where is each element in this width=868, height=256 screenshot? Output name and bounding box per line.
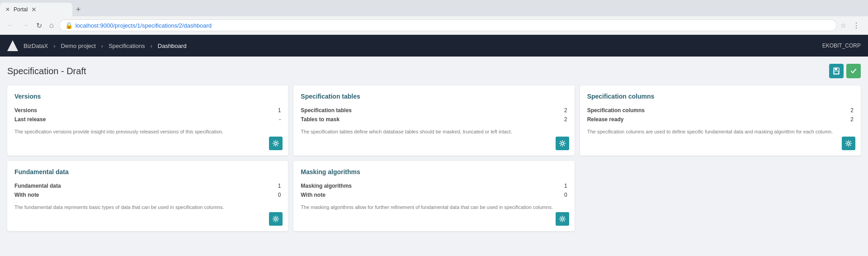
lock-icon: 🔒 [65, 22, 73, 29]
spec-columns-stat-row-0: Specification columns 2 [587, 107, 854, 114]
versions-card-stats: Versions 1 Last release - [14, 107, 281, 123]
fundamental-data-card: Fundamental data Fundamental data 1 With… [7, 161, 288, 231]
active-tab[interactable]: ✕ Portal ✕ [0, 3, 72, 16]
svg-point-4 [561, 142, 563, 145]
top-cards-row: Versions Versions 1 Last release - The s… [7, 85, 861, 156]
bottom-cards-row: Fundamental data Fundamental data 1 With… [7, 161, 861, 231]
fundamental-data-card-description: The fundamental data represents basic ty… [14, 204, 281, 211]
masking-algorithms-stat-value-1: 0 [564, 192, 567, 198]
spec-columns-card-description: The specification columns are used to de… [587, 128, 854, 136]
versions-stat-label-0: Versions [14, 107, 37, 114]
gear-icon [272, 215, 279, 223]
spec-columns-stat-row-1: Release ready 2 [587, 116, 854, 123]
masking-algorithms-stat-row-1: With note 0 [301, 192, 567, 198]
app-logo [7, 40, 18, 51]
logo-icon [7, 40, 18, 51]
header-actions [829, 64, 861, 78]
spec-tables-settings-button[interactable] [556, 137, 569, 150]
gear-icon [559, 140, 566, 147]
svg-point-7 [561, 218, 563, 220]
navbar-user: EKOBIT_CORP [822, 43, 861, 49]
spec-tables-stat-value-0: 2 [564, 107, 567, 114]
spec-columns-stat-label-0: Specification columns [587, 107, 645, 114]
save-icon [833, 67, 840, 75]
spec-tables-stat-label-1: Tables to mask [301, 116, 340, 123]
svg-rect-2 [834, 71, 839, 74]
masking-algorithms-settings-button[interactable] [556, 212, 569, 226]
masking-algorithms-stat-row-0: Masking algorithms 1 [301, 183, 567, 189]
spec-tables-stat-value-1: 2 [564, 116, 567, 123]
breadcrumb-specifications[interactable]: Specifications [108, 43, 145, 49]
breadcrumb-sep-2: › [101, 43, 103, 49]
versions-stat-value-1: - [279, 116, 281, 123]
fundamental-data-settings-button[interactable] [269, 212, 283, 226]
spec-tables-card-title: Specification tables [301, 93, 567, 100]
browser-chrome: ✕ Portal ✕ + ← → ↻ ⌂ 🔒 localhost:9000/pr… [0, 0, 868, 35]
save-button[interactable] [829, 64, 844, 78]
versions-settings-button[interactable] [269, 137, 283, 150]
tab-title: Portal [14, 6, 28, 13]
masking-algorithms-stat-label-0: Masking algorithms [301, 183, 352, 189]
home-button[interactable]: ⌂ [47, 20, 56, 30]
spec-tables-card-stats: Specification tables 2 Tables to mask 2 [301, 107, 567, 123]
spec-columns-card: Specification columns Specification colu… [580, 85, 861, 156]
tab-close-button[interactable]: ✕ [31, 6, 37, 13]
fundamental-data-stat-label-0: Fundamental data [14, 183, 61, 189]
spec-columns-stat-label-1: Release ready [587, 116, 624, 123]
spec-columns-card-title: Specification columns [587, 93, 854, 100]
versions-card: Versions Versions 1 Last release - The s… [7, 85, 288, 156]
gear-icon [272, 140, 279, 147]
spec-columns-settings-button[interactable] [842, 137, 855, 150]
breadcrumb-bizdatax[interactable]: BizDataX [24, 43, 48, 49]
masking-algorithms-card-title: Masking algorithms [301, 168, 567, 175]
svg-point-3 [275, 142, 277, 145]
masking-algorithms-stat-label-1: With note [301, 192, 326, 198]
fundamental-data-stat-label-1: With note [14, 192, 39, 198]
spec-columns-stat-value-1: 2 [850, 116, 854, 123]
page-header: Specification - Draft [7, 64, 861, 78]
breadcrumb-sep-1: › [53, 43, 55, 49]
address-bar: ← → ↻ ⌂ 🔒 localhost:9000/projects/1/spec… [0, 16, 868, 34]
spec-columns-card-stats: Specification columns 2 Release ready 2 [587, 107, 854, 123]
breadcrumb-dashboard: Dashboard [158, 43, 187, 49]
tab-bar: ✕ Portal ✕ + [0, 0, 868, 16]
versions-stat-value-0: 1 [278, 107, 281, 114]
page-content: Specification - Draft Versions [0, 57, 868, 256]
app-navbar: BizDataX › Demo project › Specifications… [0, 35, 868, 57]
gear-icon [559, 215, 566, 223]
spec-tables-stat-row-1: Tables to mask 2 [301, 116, 567, 123]
versions-stat-label-1: Last release [14, 116, 46, 123]
fundamental-data-stat-value-0: 1 [278, 183, 281, 189]
back-button[interactable]: ← [5, 20, 16, 30]
confirm-button[interactable] [846, 64, 861, 78]
versions-card-title: Versions [14, 93, 281, 100]
versions-card-description: The specification versions provide insig… [14, 128, 281, 136]
empty-card-slot [580, 161, 861, 231]
navbar-left: BizDataX › Demo project › Specifications… [7, 40, 186, 51]
browser-menu-button[interactable]: ⋮ [850, 20, 863, 31]
fundamental-data-stat-value-1: 0 [278, 192, 281, 198]
fundamental-data-stat-row-0: Fundamental data 1 [14, 183, 281, 189]
url-bar[interactable]: 🔒 localhost:9000/projects/1/specificatio… [59, 19, 837, 31]
spec-tables-stat-label-0: Specification tables [301, 107, 352, 114]
breadcrumb-demo-project[interactable]: Demo project [61, 43, 96, 49]
bookmark-icon[interactable]: ☆ [840, 22, 846, 29]
svg-rect-1 [835, 68, 837, 70]
masking-algorithms-card: Masking algorithms Masking algorithms 1 … [293, 161, 574, 231]
fundamental-data-stat-row-1: With note 0 [14, 192, 281, 198]
new-tab-button[interactable]: + [72, 5, 85, 14]
spec-columns-stat-value-0: 2 [850, 107, 854, 114]
page-title: Specification - Draft [7, 66, 86, 76]
spec-tables-card-description: The specification tables define which da… [301, 128, 567, 136]
fundamental-data-card-stats: Fundamental data 1 With note 0 [14, 183, 281, 198]
check-icon [850, 67, 857, 75]
breadcrumb-sep-3: › [150, 43, 152, 49]
fundamental-data-card-title: Fundamental data [14, 168, 281, 175]
versions-stat-row-0: Versions 1 [14, 107, 281, 114]
forward-button[interactable]: → [20, 20, 31, 30]
reload-button[interactable]: ↻ [34, 20, 44, 31]
spec-tables-stat-row-0: Specification tables 2 [301, 107, 567, 114]
url-text: localhost:9000/projects/1/specifications… [75, 22, 831, 29]
masking-algorithms-card-stats: Masking algorithms 1 With note 0 [301, 183, 567, 198]
gear-icon [845, 140, 852, 147]
